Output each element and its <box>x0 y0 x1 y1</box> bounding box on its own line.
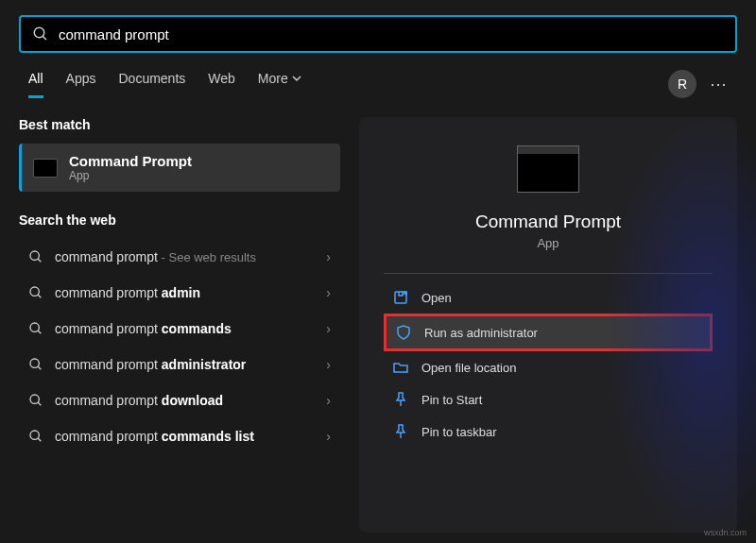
tab-web[interactable]: Web <box>208 71 235 98</box>
tab-more-label: More <box>258 71 288 86</box>
action-pin-start-label: Pin to Start <box>421 393 482 407</box>
chevron-right-icon: › <box>326 285 331 300</box>
tab-more[interactable]: More <box>258 71 301 98</box>
svg-line-5 <box>38 295 41 297</box>
action-pin-taskbar-label: Pin to taskbar <box>421 425 497 439</box>
open-icon <box>393 290 408 305</box>
watermark: wsxdn.com <box>704 528 747 537</box>
best-match-sub: App <box>69 169 192 182</box>
search-icon <box>28 321 43 336</box>
tab-all[interactable]: All <box>28 71 43 98</box>
web-result-item[interactable]: command prompt - See web results› <box>19 239 340 275</box>
svg-line-9 <box>38 366 41 369</box>
web-result-text: command prompt administrator <box>55 357 315 372</box>
svg-point-4 <box>30 287 39 296</box>
svg-point-2 <box>30 251 39 260</box>
search-web-header: Search the web <box>19 212 340 228</box>
tab-documents[interactable]: Documents <box>118 71 185 98</box>
svg-point-6 <box>30 323 39 331</box>
search-icon <box>28 393 43 408</box>
avatar[interactable]: R <box>668 70 696 98</box>
svg-point-0 <box>34 27 44 38</box>
web-result-item[interactable]: command prompt admin› <box>19 275 340 311</box>
command-prompt-icon <box>33 159 58 178</box>
web-result-item[interactable]: command prompt commands list› <box>19 418 340 454</box>
svg-point-12 <box>30 431 39 439</box>
chevron-right-icon: › <box>326 249 331 264</box>
chevron-right-icon: › <box>326 393 331 408</box>
action-pin-start[interactable]: Pin to Start <box>384 383 713 416</box>
pin-icon <box>393 424 408 439</box>
svg-line-7 <box>38 331 41 333</box>
search-bar[interactable] <box>19 15 737 53</box>
web-result-text: command prompt admin <box>55 285 315 300</box>
shield-icon <box>396 325 411 340</box>
action-file-location[interactable]: Open file location <box>384 351 713 383</box>
best-match-header: Best match <box>19 117 340 132</box>
search-icon <box>32 25 49 42</box>
best-match-item[interactable]: Command Prompt App <box>19 144 340 192</box>
search-icon <box>28 285 43 300</box>
web-result-item[interactable]: command prompt administrator› <box>19 347 340 382</box>
options-button[interactable]: ⋯ <box>710 74 728 94</box>
web-result-item[interactable]: command prompt download› <box>19 382 340 418</box>
web-result-text: command prompt - See web results <box>55 249 315 264</box>
chevron-right-icon: › <box>326 357 331 372</box>
web-result-item[interactable]: command prompt commands› <box>19 311 340 347</box>
search-icon <box>28 357 43 372</box>
action-run-admin[interactable]: Run as administrator <box>384 314 713 351</box>
best-match-title: Command Prompt <box>69 153 192 169</box>
search-icon <box>28 249 43 264</box>
tab-apps[interactable]: Apps <box>66 71 96 98</box>
svg-point-10 <box>30 395 39 403</box>
action-file-location-label: Open file location <box>421 361 516 375</box>
pin-icon <box>393 392 408 407</box>
chevron-right-icon: › <box>326 429 331 444</box>
divider <box>384 273 713 274</box>
search-input[interactable] <box>59 26 724 42</box>
chevron-down-icon <box>292 74 301 83</box>
action-pin-taskbar[interactable]: Pin to taskbar <box>384 416 713 448</box>
preview-app-icon <box>517 145 579 193</box>
web-result-text: command prompt commands <box>55 321 315 336</box>
action-open-label: Open <box>421 291 452 305</box>
preview-sub: App <box>384 236 713 250</box>
svg-line-11 <box>38 402 41 405</box>
action-run-admin-label: Run as administrator <box>424 326 538 340</box>
svg-line-1 <box>43 36 46 40</box>
folder-icon <box>393 360 408 375</box>
tabs-row: All Apps Documents Web More R ⋯ <box>0 53 756 98</box>
action-open[interactable]: Open <box>384 281 713 314</box>
web-result-text: command prompt commands list <box>55 429 315 444</box>
preview-title: Command Prompt <box>384 212 713 232</box>
preview-panel: Command Prompt App Open Run as administr… <box>359 117 737 533</box>
chevron-right-icon: › <box>326 321 331 336</box>
search-icon <box>28 429 43 444</box>
svg-line-3 <box>38 259 41 262</box>
svg-line-13 <box>38 438 41 441</box>
svg-point-8 <box>30 359 39 367</box>
web-result-text: command prompt download <box>55 393 315 408</box>
